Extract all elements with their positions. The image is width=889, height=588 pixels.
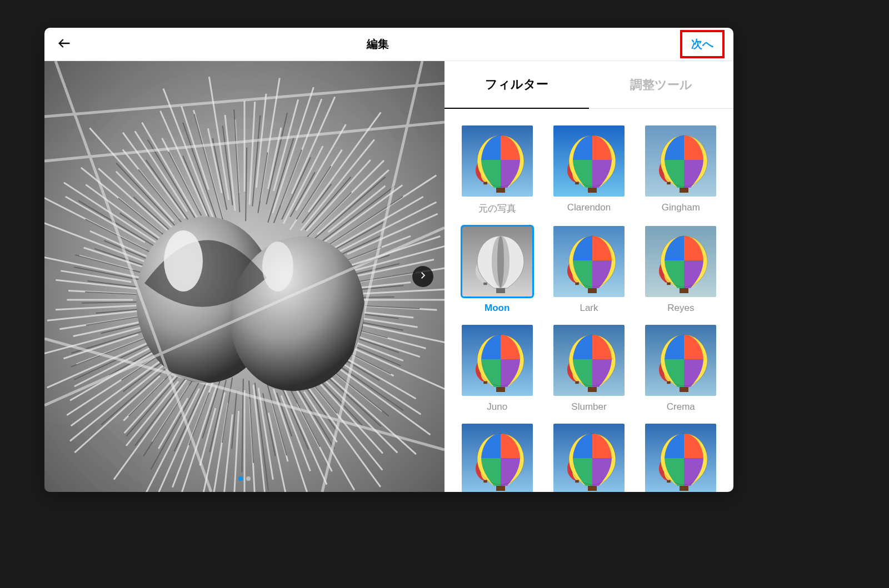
filter-thumbnail [462,125,533,197]
filter-item-juno[interactable]: Juno [458,325,536,413]
carousel-next-button[interactable] [412,266,433,287]
svg-rect-251 [483,480,487,483]
carousel-dots [238,476,251,481]
filter-item-perpetua[interactable]: Perpetua [642,424,720,492]
filter-item-reyes[interactable]: Reyes [642,226,720,314]
carousel-dot[interactable] [246,476,251,481]
svg-rect-247 [667,381,671,384]
filter-label: Gingham [662,202,700,213]
svg-rect-237 [680,288,688,293]
editor-tabs: フィルター 調整ツール [444,61,733,109]
filter-thumbnail [645,424,716,492]
filter-thumbnail [553,226,625,297]
filter-thumbnail [462,226,533,297]
filter-label: Lark [580,303,598,314]
filter-label: Juno [487,401,507,413]
svg-rect-245 [588,387,597,392]
back-button[interactable] [53,33,76,56]
tab-filter[interactable]: フィルター [444,61,589,109]
filter-item-moon[interactable]: Moon [458,226,536,314]
tab-adjust[interactable]: 調整ツール [589,61,733,109]
editor-header: 編集 次へ [44,28,733,61]
filter-label: 元の写真 [478,202,516,215]
filter-thumbnail [553,424,625,492]
chevron-right-icon [418,270,428,283]
filter-thumbnail [462,424,533,492]
filter-grid: 元の写真 Clarendon [444,109,733,492]
svg-rect-261 [680,486,688,491]
image-preview-pane [44,61,444,492]
preview-image [44,61,444,492]
filter-item-ludwig[interactable]: Ludwig [458,424,536,492]
svg-rect-224 [667,182,671,184]
svg-rect-259 [667,480,671,483]
filter-label: Clarendon [567,202,611,213]
page-title: 編集 [367,37,389,52]
filter-label: Reyes [667,303,694,314]
filter-thumbnail [553,325,625,396]
svg-rect-253 [496,486,505,491]
svg-rect-216 [483,182,487,184]
svg-rect-243 [575,381,579,384]
svg-rect-229 [496,288,505,293]
svg-point-213 [164,230,203,292]
svg-rect-220 [575,182,579,184]
filter-item-slumber[interactable]: Slumber [550,325,628,413]
filter-thumbnail [645,125,716,197]
svg-rect-233 [588,288,597,293]
editor-side-panel: フィルター 調整ツール 元の写真 [444,61,733,492]
filter-thumbnail [553,125,625,197]
svg-rect-249 [680,387,688,392]
svg-rect-255 [575,480,579,483]
svg-rect-239 [483,381,487,384]
filter-label: Slumber [571,401,606,413]
svg-rect-241 [496,387,505,392]
svg-rect-226 [680,188,688,193]
arrow-left-icon [57,36,72,53]
editor-body: フィルター 調整ツール 元の写真 [44,61,733,492]
filter-thumbnail [645,325,716,396]
svg-rect-222 [588,188,597,193]
svg-rect-235 [667,283,671,285]
next-button[interactable]: 次へ [686,34,719,54]
filter-item-lark[interactable]: Lark [550,226,628,314]
filter-item-crema[interactable]: Crema [642,325,720,413]
svg-rect-231 [575,283,579,285]
svg-rect-228 [483,283,487,285]
filter-item-aden[interactable]: Aden [550,424,628,492]
filter-item-original[interactable]: 元の写真 [458,125,536,215]
filter-thumbnail [645,226,716,297]
filter-label: Moon [485,303,510,314]
next-button-highlight: 次へ [680,30,725,58]
photo-editor-window: 編集 次へ [44,28,733,492]
filter-item-gingham[interactable]: Gingham [642,125,720,215]
filter-label: Crema [667,401,695,413]
carousel-dot[interactable] [238,476,243,481]
svg-point-214 [262,242,293,292]
filter-thumbnail [462,325,533,396]
svg-rect-257 [588,486,597,491]
svg-rect-218 [496,188,505,193]
filter-item-clarendon[interactable]: Clarendon [550,125,628,215]
